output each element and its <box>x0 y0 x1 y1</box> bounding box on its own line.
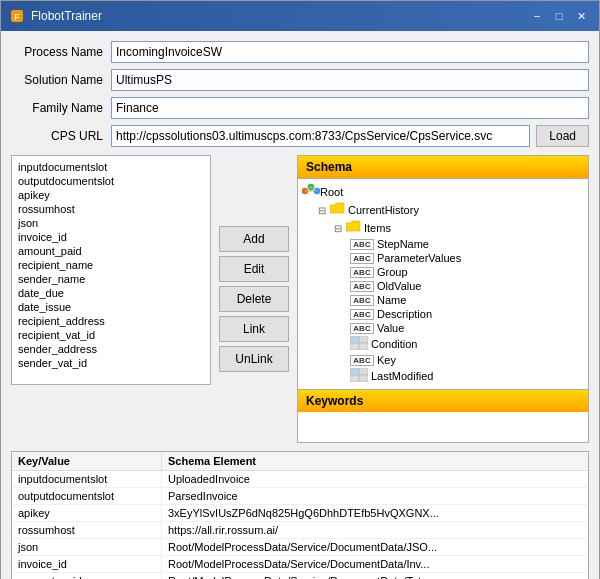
tree-node-label: Value <box>377 322 404 334</box>
tree-node[interactable]: ⊟ Items <box>302 219 584 237</box>
svg-rect-15 <box>350 368 359 375</box>
keywords-header: Keywords <box>298 389 588 412</box>
table-row[interactable]: outputdocumentslotParsedInvoice <box>12 488 588 505</box>
table-cell-key: apikey <box>12 505 162 521</box>
family-name-row: Family Name <box>11 97 589 119</box>
list-item[interactable]: json <box>16 216 206 230</box>
table-cell-schema: 3xEyYlSvIUsZP6dNq825HgQ6DhhDTEfb5HvQXGNX… <box>162 505 588 521</box>
cps-url-row: CPS URL Load <box>11 125 589 147</box>
add-button[interactable]: Add <box>219 226 289 252</box>
list-item[interactable]: sender_address <box>16 342 206 356</box>
list-item[interactable]: date_issue <box>16 300 206 314</box>
title-controls: − □ ✕ <box>527 7 591 25</box>
family-name-label: Family Name <box>11 101 111 115</box>
maximize-button[interactable]: □ <box>549 7 569 25</box>
tree-node[interactable]: ABCValue <box>302 321 584 335</box>
table-cell-schema: Root/ModelProcessData/Service/DocumentDa… <box>162 556 588 572</box>
main-window: F FlobotTrainer − □ ✕ Process Name Solut… <box>0 0 600 579</box>
cps-url-label: CPS URL <box>11 129 111 143</box>
tree-node[interactable]: ⊟ CurrentHistory <box>302 201 584 219</box>
tree-node-label: ParameterValues <box>377 252 461 264</box>
table-row[interactable]: apikey3xEyYlSvIUsZP6dNq825HgQ6DhhDTEfb5H… <box>12 505 588 522</box>
table-cell-key: outputdocumentslot <box>12 488 162 504</box>
table-cell-schema: https://all.rir.rossum.ai/ <box>162 522 588 538</box>
list-item[interactable]: apikey <box>16 188 206 202</box>
table-cell-schema: Root/ModelProcessData/Service/DocumentDa… <box>162 573 588 579</box>
tree-node-label: CurrentHistory <box>348 204 419 216</box>
list-item[interactable]: sender_name <box>16 272 206 286</box>
svg-text:F: F <box>14 12 20 22</box>
main-area: inputdocumentslotoutputdocumentslotapike… <box>11 155 589 443</box>
expand-icon: ⊟ <box>334 223 346 234</box>
tree-node-label: Description <box>377 308 432 320</box>
tree-node[interactable]: ABCOldValue <box>302 279 584 293</box>
tree-node-label: LastModified <box>371 370 433 382</box>
middle-buttons: Add Edit Delete Link UnLink <box>219 155 289 443</box>
schema-tree[interactable]: Root⊟ CurrentHistory⊟ ItemsABCStepNameAB… <box>298 179 588 389</box>
link-button[interactable]: Link <box>219 316 289 342</box>
table-cell-schema: Root/ModelProcessData/Service/DocumentDa… <box>162 539 588 555</box>
close-button[interactable]: ✕ <box>571 7 591 25</box>
list-item[interactable]: date_due <box>16 286 206 300</box>
expand-icon: ⊟ <box>318 205 330 216</box>
table-row[interactable]: rossumhosthttps://all.rir.rossum.ai/ <box>12 522 588 539</box>
tree-node-label: Name <box>377 294 406 306</box>
tree-node[interactable]: ABCKey <box>302 353 584 367</box>
root-icon <box>302 184 320 200</box>
cps-url-input[interactable] <box>111 125 530 147</box>
table-cell-schema: ParsedInvoice <box>162 488 588 504</box>
table-row[interactable]: jsonRoot/ModelProcessData/Service/Docume… <box>12 539 588 556</box>
tree-node-label: Key <box>377 354 396 366</box>
list-item[interactable]: inputdocumentslot <box>16 160 206 174</box>
abc-icon: ABC <box>350 355 374 366</box>
tree-node[interactable]: Root <box>302 183 584 201</box>
title-bar-left: F FlobotTrainer <box>9 8 102 24</box>
col-key-header: Key/Value <box>12 452 162 470</box>
schema-header: Schema <box>298 156 588 179</box>
tree-node[interactable]: ABCName <box>302 293 584 307</box>
load-button[interactable]: Load <box>536 125 589 147</box>
table-cell-key: amount_paid <box>12 573 162 579</box>
list-item[interactable]: sender_vat_id <box>16 356 206 370</box>
grid-icon <box>350 336 371 352</box>
tree-node[interactable]: ABCGroup <box>302 265 584 279</box>
abc-icon: ABC <box>350 323 374 334</box>
solution-name-input[interactable] <box>111 69 589 91</box>
tree-node[interactable]: ABCStepName <box>302 237 584 251</box>
svg-rect-11 <box>350 336 359 343</box>
tree-node[interactable]: ABCDescription <box>302 307 584 321</box>
table-row[interactable]: amount_paidRoot/ModelProcessData/Service… <box>12 573 588 579</box>
family-name-input[interactable] <box>111 97 589 119</box>
list-item[interactable]: amount_paid <box>16 244 206 258</box>
tree-node-label: OldValue <box>377 280 421 292</box>
list-item[interactable]: recipient_vat_id <box>16 328 206 342</box>
list-item[interactable]: invoice_id <box>16 230 206 244</box>
tree-node-label: Condition <box>371 338 417 350</box>
delete-button[interactable]: Delete <box>219 286 289 312</box>
tree-node[interactable]: Condition <box>302 335 584 353</box>
tree-node[interactable]: ABCParameterValues <box>302 251 584 265</box>
tree-node[interactable]: LastModified <box>302 367 584 385</box>
tree-node-label: Group <box>377 266 408 278</box>
left-list-panel[interactable]: inputdocumentslotoutputdocumentslotapike… <box>11 155 211 385</box>
table-cell-key: json <box>12 539 162 555</box>
table-cell-key: inputdocumentslot <box>12 471 162 487</box>
table-row[interactable]: invoice_idRoot/ModelProcessData/Service/… <box>12 556 588 573</box>
minimize-button[interactable]: − <box>527 7 547 25</box>
table-header: Key/Value Schema Element <box>12 452 588 471</box>
list-item[interactable]: recipient_name <box>16 258 206 272</box>
list-item[interactable]: rossumhost <box>16 202 206 216</box>
table-row[interactable]: inputdocumentslotUploadedInvoice <box>12 471 588 488</box>
list-item[interactable]: recipient_address <box>16 314 206 328</box>
content-area: Process Name Solution Name Family Name C… <box>1 31 599 579</box>
solution-name-row: Solution Name <box>11 69 589 91</box>
folder-icon <box>330 202 348 218</box>
unlink-button[interactable]: UnLink <box>219 346 289 372</box>
abc-icon: ABC <box>350 253 374 264</box>
table-cell-key: invoice_id <box>12 556 162 572</box>
abc-icon: ABC <box>350 281 374 292</box>
tree-node-label: Items <box>364 222 391 234</box>
process-name-input[interactable] <box>111 41 589 63</box>
list-item[interactable]: outputdocumentslot <box>16 174 206 188</box>
edit-button[interactable]: Edit <box>219 256 289 282</box>
